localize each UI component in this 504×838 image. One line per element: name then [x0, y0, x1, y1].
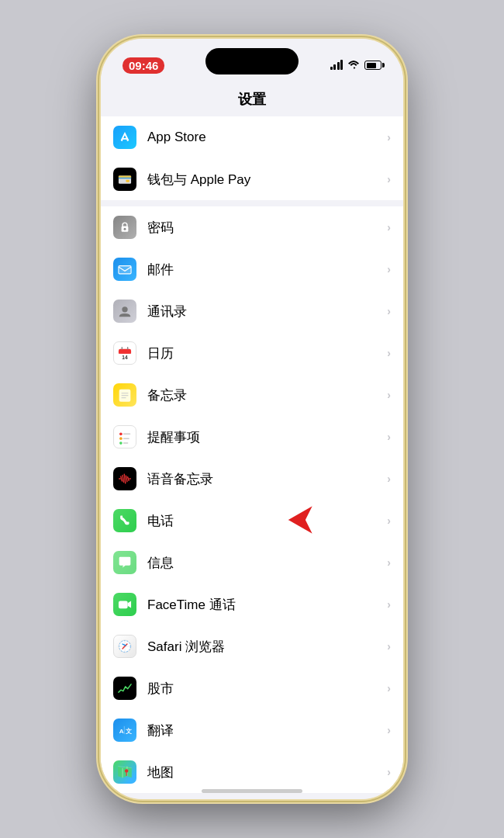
signal-icon [330, 61, 343, 70]
passwords-icon [113, 216, 136, 239]
settings-item-translate[interactable]: A 文 翻译 › [101, 709, 403, 751]
chevron-passwords: › [387, 221, 391, 234]
chevron-contacts: › [387, 305, 391, 317]
svg-line-29 [123, 476, 123, 483]
passwords-label: 密码 [147, 219, 387, 237]
reminders-label: 提醒事项 [147, 428, 387, 446]
mail-label: 邮件 [147, 261, 387, 279]
translate-icon: A 文 [113, 719, 136, 742]
chevron-reminders: › [387, 431, 391, 443]
phone-screen: 09:46 设置 [101, 39, 403, 799]
notes-label: 备忘录 [147, 386, 387, 404]
chevron-mail: › [387, 263, 391, 275]
wifi-icon [347, 60, 360, 71]
facetime-icon [113, 593, 136, 616]
maps-label: 地图 [147, 764, 387, 781]
svg-line-31 [126, 476, 126, 481]
settings-item-contacts[interactable]: 通讯录 › [101, 290, 403, 332]
svg-line-30 [124, 474, 125, 483]
section-builtin-apps: 密码 › 邮件 › [101, 206, 403, 793]
svg-point-7 [124, 228, 126, 230]
settings-item-voice-memos[interactable]: 语音备忘录 › [101, 458, 403, 500]
page-title: 设置 [101, 81, 403, 116]
chevron-safari: › [387, 640, 391, 653]
chevron-appstore: › [387, 131, 391, 144]
voice-memos-icon [113, 467, 136, 490]
svg-point-42 [125, 769, 128, 772]
settings-item-notes[interactable]: 备忘录 › [101, 374, 403, 416]
stocks-label: 股市 [147, 680, 387, 698]
svg-text:A: A [119, 728, 124, 735]
safari-label: Safari 浏览器 [147, 638, 387, 656]
phone-icon [113, 509, 136, 532]
settings-item-stocks[interactable]: 股市 › [101, 667, 403, 709]
maps-icon [113, 760, 136, 784]
safari-icon [113, 635, 136, 658]
svg-text:文: 文 [126, 727, 132, 735]
status-icons [330, 60, 382, 71]
notes-icon [113, 383, 136, 407]
settings-item-appstore[interactable]: A App Store › [101, 116, 403, 158]
dynamic-island [205, 48, 299, 74]
svg-point-21 [119, 433, 123, 436]
reminders-icon [113, 425, 136, 448]
appstore-label: App Store [147, 130, 387, 145]
settings-content: 设置 A App Store › [101, 81, 403, 799]
chevron-facetime: › [387, 598, 391, 611]
settings-item-calendar[interactable]: 14 日历 › [101, 332, 403, 374]
calendar-label: 日历 [147, 345, 387, 362]
settings-item-mail[interactable]: 邮件 › [101, 248, 403, 290]
chevron-wallet: › [387, 173, 391, 185]
chevron-messages: › [387, 556, 391, 569]
mail-icon [113, 258, 136, 281]
messages-label: 信息 [147, 554, 387, 572]
section-top-apps: A App Store › [101, 116, 403, 200]
calendar-icon: 14 [113, 341, 136, 365]
svg-rect-5 [126, 180, 129, 182]
svg-point-22 [119, 437, 123, 440]
settings-item-passwords[interactable]: 密码 › [101, 206, 403, 248]
voice-memos-label: 语音备忘录 [147, 470, 387, 488]
chevron-stocks: › [387, 682, 391, 694]
settings-item-wallet[interactable]: 钱包与 Apple Pay › [101, 158, 403, 200]
appstore-icon: A [113, 126, 136, 149]
svg-point-10 [122, 306, 127, 312]
chevron-translate: › [387, 724, 391, 736]
contacts-label: 通讯录 [147, 303, 387, 320]
wallet-label: 钱包与 Apple Pay [147, 171, 387, 189]
settings-item-maps[interactable]: 地图 › [101, 751, 403, 793]
home-indicator [202, 789, 302, 793]
settings-item-facetime[interactable]: FaceTime 通话 › [101, 583, 403, 625]
translate-label: 翻译 [147, 722, 387, 739]
facetime-label: FaceTime 通话 [147, 596, 387, 614]
wallet-icon [113, 168, 136, 191]
settings-item-phone[interactable]: 电话 › [101, 500, 403, 542]
stocks-icon [113, 677, 136, 700]
phone-frame: 09:46 设置 [101, 39, 403, 799]
settings-item-reminders[interactable]: 提醒事项 › [101, 416, 403, 458]
status-time: 09:46 [123, 57, 164, 74]
phone-label: 电话 [147, 512, 387, 530]
chevron-calendar: › [387, 347, 391, 359]
svg-point-23 [119, 442, 123, 445]
chevron-phone: › [387, 514, 391, 527]
svg-line-32 [128, 477, 129, 480]
messages-icon [113, 551, 136, 574]
settings-item-safari[interactable]: Safari 浏览器 › [101, 625, 403, 667]
chevron-maps: › [387, 766, 391, 778]
svg-rect-34 [119, 601, 128, 609]
chevron-notes: › [387, 389, 391, 401]
battery-icon [364, 61, 381, 70]
svg-rect-13 [119, 352, 131, 354]
svg-rect-8 [119, 266, 131, 274]
settings-item-messages[interactable]: 信息 › [101, 542, 403, 583]
svg-rect-4 [119, 178, 131, 178]
svg-line-28 [121, 476, 122, 481]
contacts-icon [113, 300, 136, 323]
svg-text:14: 14 [122, 355, 128, 360]
chevron-voice-memos: › [387, 473, 391, 485]
